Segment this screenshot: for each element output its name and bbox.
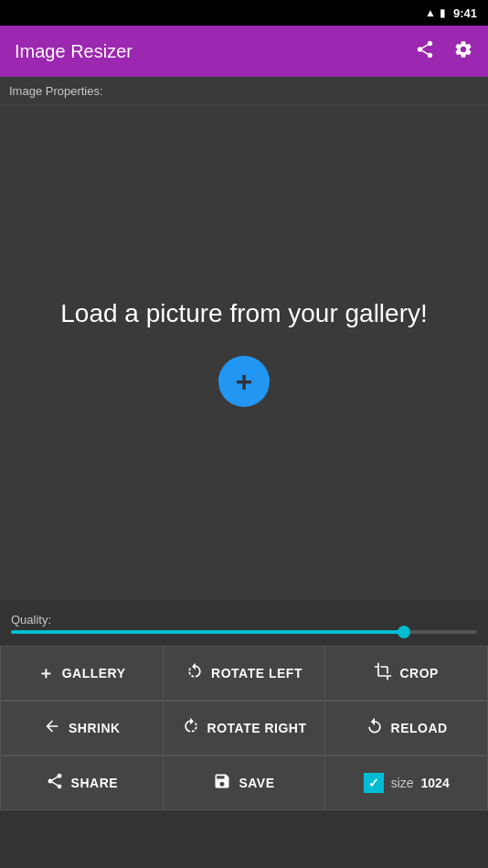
status-time: 9:41 (453, 6, 477, 20)
app-title: Image Resizer (15, 41, 133, 62)
battery-icon: ▮ (440, 6, 446, 19)
buttons-row-1: ＋ GALLERY ROTATE LEFT CROP (0, 646, 488, 701)
app-bar: Image Resizer (0, 26, 488, 77)
save-label: SAVE (239, 776, 274, 790)
quality-area: Quality: (0, 600, 488, 646)
reload-label: RELOAD (391, 721, 448, 735)
size-text-label: size (391, 776, 414, 790)
share-label: SHARE (71, 776, 119, 790)
buttons-row-2: SHRINK ROTATE RIGHT RELOAD (0, 701, 488, 755)
app-bar-icons (415, 39, 473, 64)
crop-button[interactable]: CROP (324, 646, 488, 701)
share-icon[interactable] (415, 39, 435, 64)
rotate-left-icon (186, 662, 204, 685)
rotate-right-button[interactable]: ROTATE RIGHT (163, 701, 325, 755)
save-icon (213, 772, 231, 795)
crop-label: CROP (399, 666, 438, 680)
plus-icon: + (236, 365, 253, 399)
reload-icon (366, 717, 384, 740)
share-button[interactable]: SHARE (0, 755, 163, 810)
share-small-icon (46, 772, 64, 795)
gallery-button[interactable]: ＋ GALLERY (0, 646, 163, 701)
shrink-label: SHRINK (69, 721, 121, 735)
crop-icon (374, 662, 392, 685)
shrink-button[interactable]: SHRINK (0, 701, 163, 755)
settings-icon[interactable] (453, 39, 473, 64)
shrink-icon (43, 717, 61, 740)
properties-label: Image Properties: (9, 84, 103, 98)
size-value: 1024 (421, 776, 450, 790)
status-bar: ▲ ▮ 9:41 (0, 0, 488, 26)
save-button[interactable]: SAVE (163, 755, 325, 810)
main-content: Load a picture from your gallery! + (0, 106, 488, 600)
plus-small-icon: ＋ (37, 662, 55, 684)
load-text: Load a picture from your gallery! (42, 299, 446, 328)
rotate-left-button[interactable]: ROTATE LEFT (163, 646, 325, 701)
size-checkbox[interactable]: ✓ (364, 773, 384, 793)
slider-fill (11, 630, 408, 634)
slider-track (11, 630, 477, 634)
reload-button[interactable]: RELOAD (324, 701, 488, 755)
status-icons: ▲ ▮ (425, 6, 446, 19)
rotate-right-icon (182, 717, 200, 740)
properties-bar: Image Properties: (0, 77, 488, 106)
buttons-row-3: SHARE SAVE ✓ size 1024 (0, 755, 488, 810)
gallery-label: GALLERY (62, 666, 126, 680)
quality-label: Quality: (11, 613, 477, 627)
checkmark-icon: ✓ (368, 776, 379, 790)
quality-slider-container (11, 630, 477, 634)
rotate-left-label: ROTATE LEFT (211, 666, 302, 680)
rotate-right-label: ROTATE RIGHT (207, 721, 307, 735)
add-picture-button[interactable]: + (218, 356, 270, 407)
wifi-icon: ▲ (425, 6, 436, 19)
slider-thumb (398, 626, 410, 638)
size-box: ✓ size 1024 (324, 755, 488, 810)
buttons-grid: ＋ GALLERY ROTATE LEFT CROP (0, 646, 488, 810)
